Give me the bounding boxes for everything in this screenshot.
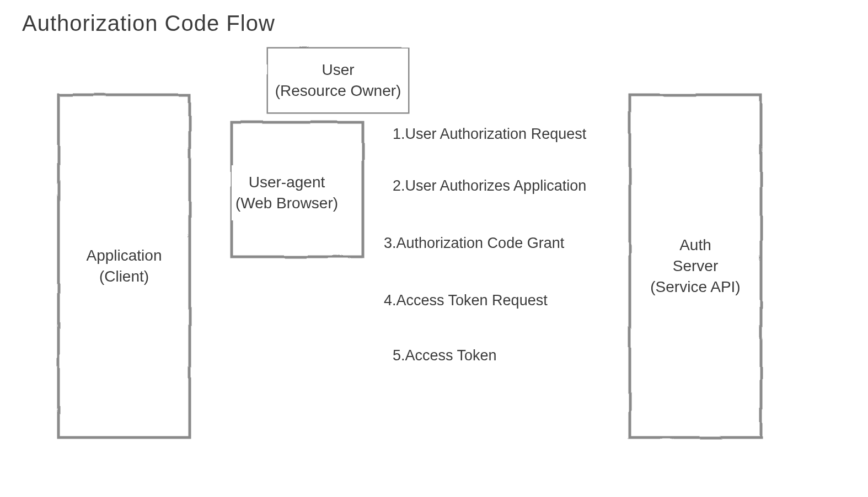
auth-server-label-1: Auth bbox=[679, 235, 711, 256]
flow-1-label: 1.User Authorization Request bbox=[386, 126, 593, 143]
user-label-2: (Resource Owner) bbox=[275, 80, 401, 101]
application-box: Application (Client) bbox=[58, 95, 190, 437]
auth-server-box: Auth Server (Service API) bbox=[630, 95, 761, 437]
diagram-canvas: Application (Client) User (Resource Owne… bbox=[0, 0, 868, 497]
user-box: User (Resource Owner) bbox=[268, 48, 408, 112]
flow-3-label: 3.Authorization Code Grant bbox=[377, 235, 571, 252]
flow-4-label: 4.Access Token Request bbox=[377, 292, 554, 309]
auth-server-label-2: Server bbox=[673, 256, 718, 277]
flow-2-label: 2.User Authorizes Application bbox=[386, 177, 593, 195]
flow-5-label: 5.Access Token bbox=[386, 347, 503, 364]
user-label-1: User bbox=[322, 60, 354, 80]
user-agent-label-1: User-agent bbox=[249, 172, 325, 193]
auth-server-label-3: (Service API) bbox=[650, 277, 740, 298]
user-agent-box: User-agent (Web Browser) bbox=[232, 165, 342, 220]
user-agent-label-2: (Web Browser) bbox=[235, 193, 338, 214]
application-label-1: Application bbox=[87, 245, 162, 266]
application-label-2: (Client) bbox=[99, 266, 149, 287]
